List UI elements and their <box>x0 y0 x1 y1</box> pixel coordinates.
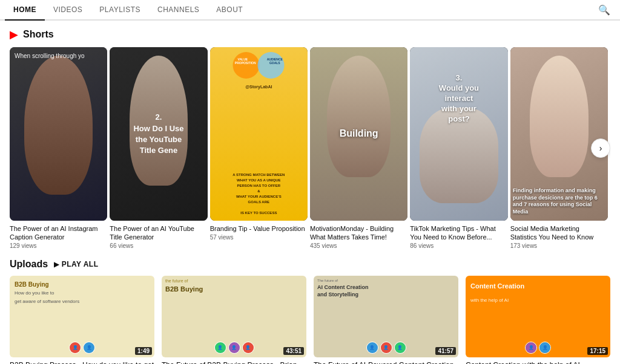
upload-3-main-label: AI Content Creationand Storytelling <box>317 284 455 298</box>
short-3-views: 57 views <box>210 234 308 241</box>
upload-3-duration: 41:57 <box>435 347 456 355</box>
uploads-title: Uploads <box>10 259 48 270</box>
short-4-title: MotivationMonday - Building What Matters… <box>310 224 407 242</box>
short-6-views: 173 views <box>510 242 608 249</box>
upload-3-title: The Future of AI-Powered Content Creatio… <box>314 361 458 364</box>
search-icon[interactable]: 🔍 <box>593 4 615 16</box>
short-2-title: The Power of an AI YouTube Title Generat… <box>110 224 207 242</box>
short-4-views: 435 views <box>310 242 407 249</box>
upload-2-top-label: the future of <box>165 279 303 283</box>
shorts-title: Shorts <box>23 29 54 40</box>
short-3-body: A STRONG MATCH BETWEENWHAT YOU AS A UNIQ… <box>213 172 305 216</box>
upload-1-title: B2B Buying Process - How do you like to … <box>10 361 154 364</box>
short-card-5[interactable]: 3.Would you interactwith your post? TikT… <box>410 47 507 249</box>
short-6-title: Social Media Marketing Statistics You Ne… <box>510 224 608 242</box>
short-card-1[interactable]: When scrolling through yo The Power of a… <box>10 47 107 249</box>
upload-4-duration: 17:15 <box>587 347 608 355</box>
upload-card-1[interactable]: B2B BuyingHow do you like toget aware of… <box>10 276 154 364</box>
nav: HOME VIDEOS PLAYLISTS CHANNELS ABOUT 🔍 <box>0 0 620 21</box>
upload-4-sub-label: with the help of AI <box>470 297 605 303</box>
upload-2-title: The Future of B2B Buying Process - Brian… <box>162 361 306 364</box>
upload-card-4[interactable]: Content Creation with the help of AI 👤 👤… <box>466 276 610 364</box>
upload-1-duration: 1:49 <box>135 347 152 355</box>
short-card-3[interactable]: VALUEPROPOSITION AUDIENCEGOALS @StoryLab… <box>210 47 308 249</box>
short-2-overlay-text: 2.How Do I Usethe YouTubeTitle Gene <box>117 112 200 156</box>
upload-3-top-label: The future of <box>317 279 455 282</box>
play-all-icon: ▶ <box>54 261 59 268</box>
short-1-views: 129 views <box>10 242 107 249</box>
shorts-next-button[interactable]: › <box>591 138 610 158</box>
shorts-row: When scrolling through yo The Power of a… <box>10 47 610 249</box>
uploads-section: Uploads ▶ PLAY ALL B2B BuyingHow do you … <box>0 249 620 364</box>
upload-1-avatars: 👤 👤 <box>10 342 154 354</box>
short-card-4[interactable]: Building MotivationMonday - Building Wha… <box>310 47 407 249</box>
tab-channels[interactable]: CHANNELS <box>149 0 208 20</box>
short-3-handle: @StoryLabAI <box>245 85 272 89</box>
play-all-label: PLAY ALL <box>62 260 99 268</box>
short-3-title: Branding Tip - Value Proposition <box>210 224 308 233</box>
upload-1-label: B2B BuyingHow do you like toget aware of… <box>15 281 150 305</box>
shorts-icon: ▶ <box>10 28 18 41</box>
upload-card-3[interactable]: The future of AI Content Creationand Sto… <box>314 276 458 364</box>
tab-home[interactable]: HOME <box>5 0 45 21</box>
upload-2-duration: 43:51 <box>283 347 304 355</box>
short-5-title: TikTok Marketing Tips - What You Need to… <box>410 224 507 242</box>
short-card-2[interactable]: 2.How Do I Usethe YouTubeTitle Gene The … <box>110 47 207 249</box>
shorts-section: ▶ Shorts When scrolling through yo The P… <box>0 21 620 249</box>
tab-about[interactable]: ABOUT <box>208 0 251 20</box>
tab-videos[interactable]: VIDEOS <box>45 0 91 20</box>
short-2-views: 66 views <box>110 242 207 249</box>
upload-card-2[interactable]: the future of B2B Buying 👤 👤 👤 43:51 The… <box>162 276 306 364</box>
upload-2-main-label: B2B Buying <box>165 285 303 293</box>
short-5-views: 86 views <box>410 242 507 249</box>
uploads-grid: B2B BuyingHow do you like toget aware of… <box>0 276 620 364</box>
short-1-title: The Power of an AI Instagram Caption Gen… <box>10 224 107 242</box>
short-1-overlay-text: When scrolling through yo <box>15 52 85 60</box>
upload-4-title: Content Creation with the help of AI - M… <box>466 361 610 364</box>
tab-playlists[interactable]: PLAYLISTS <box>91 0 149 20</box>
play-all-button[interactable]: ▶ PLAY ALL <box>54 260 98 268</box>
upload-4-main-label: Content Creation <box>470 282 605 290</box>
